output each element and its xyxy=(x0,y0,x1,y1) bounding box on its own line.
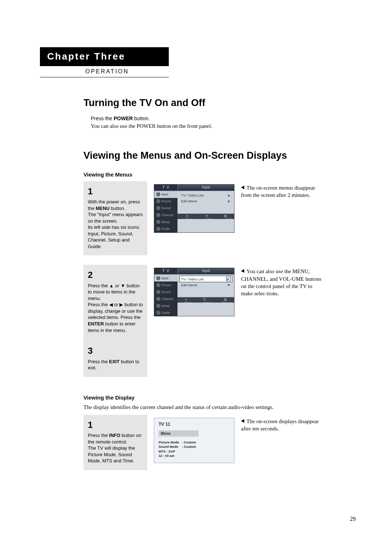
osd-nav-guide: Guide xyxy=(154,309,177,316)
side-note-3: The on-screen displays disappear after t… xyxy=(241,418,323,433)
osd-row-label: Edit Name xyxy=(181,283,197,287)
osd-footer-move: ♦ Move xyxy=(177,214,193,219)
side-note-2: You can also use the MENU, CHANNEL, and … xyxy=(241,268,323,297)
text-bold: POWER xyxy=(114,116,133,121)
osd-footer-return: ▥ Return xyxy=(215,298,232,303)
osd-left-nav: Input Picture Sound Channel Setup Guide xyxy=(154,275,177,316)
osd-nav-label: Channel xyxy=(161,297,173,301)
osd-nav-setup: Setup xyxy=(154,219,177,226)
osd-nav-label: Picture xyxy=(161,283,171,287)
osd-row-arrow-icon: ▶ xyxy=(228,199,230,203)
section-title-viewing-menus: Viewing the Menus and On-Screen Displays xyxy=(83,150,356,161)
osd-body: Input Picture Sound Channel Setup Guide … xyxy=(154,275,234,316)
osd-left-nav: Input Picture Sound Channel Setup Guide xyxy=(154,191,177,232)
display-step-box-1: 1 Press the INFO button on the remote co… xyxy=(83,415,147,470)
osd-nav-label: Sound xyxy=(161,206,171,210)
label: Return xyxy=(222,298,232,304)
osd-menu-1: T V Input Input Picture Sound Channel Se… xyxy=(154,184,234,233)
step-number: 2 xyxy=(88,269,143,281)
osd-nav-label: Setup xyxy=(161,220,170,224)
value: : Custom xyxy=(182,441,196,444)
channel-icon xyxy=(156,213,160,217)
osd-footer-move: ♦ Move xyxy=(177,298,192,303)
subsection-viewing-menus: Viewing the Menus xyxy=(83,171,356,178)
step-box-2: 2 Press the ▲ or ▼ button to move to ite… xyxy=(83,265,147,341)
text: Press the ◀ or ▶ button to display, chan… xyxy=(88,302,143,320)
text: button. xyxy=(133,116,150,121)
osd-nav-sound: Sound xyxy=(154,288,177,295)
osd-footer-exit: ▥ Exit xyxy=(217,214,232,219)
page: Chapter Three OPERATION Turning the TV O… xyxy=(0,0,392,555)
info-picture-mode: Picture Mode : Custom xyxy=(159,440,230,445)
info-channel: TV 11 xyxy=(159,422,230,427)
osd-right-content: TV / Video List▶ Edit Name▶ ♦ Move ⊡ Ent… xyxy=(177,191,234,232)
note-text: The on-screen menus disappear from the s… xyxy=(241,185,315,198)
label: Picture Mode xyxy=(159,441,179,444)
chapter-subtitle: OPERATION xyxy=(40,66,129,77)
osd-row-label: TV / Video List xyxy=(181,193,204,197)
label: Sound Mode xyxy=(159,445,178,449)
subsection-viewing-display: Viewing the Display xyxy=(83,394,356,401)
osd-nav-label: Picture xyxy=(161,199,171,203)
label: Exit xyxy=(226,214,232,221)
step-box-3: 3 Press the EXIT button to exit. xyxy=(83,341,147,377)
osd-row-arrow-icon: ▶ xyxy=(226,277,230,281)
osd-nav-input: Input xyxy=(154,191,177,198)
osd-header-title: Input xyxy=(177,268,234,275)
text-bold: ENTER xyxy=(88,321,104,327)
osd-nav-label: Input xyxy=(161,276,168,280)
osd-nav-setup: Setup xyxy=(154,302,177,309)
page-number: 29 xyxy=(350,516,356,522)
picture-icon xyxy=(156,199,160,203)
osd-nav-guide: Guide xyxy=(154,226,177,232)
display-step-row-1: 1 Press the INFO button on the remote co… xyxy=(83,415,356,470)
chapter-title: Chapter Three xyxy=(47,51,125,62)
info-time: 12 : 00 am xyxy=(159,454,230,458)
info-mts: MTS : SAP xyxy=(159,449,230,454)
label: Enter xyxy=(203,298,211,304)
picture-icon xyxy=(156,283,160,287)
step-box-1: 1 With the power on, press the MENU butt… xyxy=(83,181,147,256)
note-text: The on-screen displays disappear after t… xyxy=(241,418,319,432)
left-arrow-icon xyxy=(241,186,244,189)
osd-footer: ♦ Move ⊡ Enter ▥ Exit xyxy=(177,214,234,219)
section-title-turning-on-off: Turning the TV On and Off xyxy=(83,97,356,109)
display-description: The display identifies the current chann… xyxy=(83,404,356,410)
osd-row-arrow-icon: ▶ xyxy=(228,283,230,287)
setup-icon xyxy=(156,304,160,308)
step-number: 1 xyxy=(88,419,143,431)
osd-nav-picture: Picture xyxy=(154,198,177,205)
chapter-banner: Chapter Three xyxy=(40,47,169,66)
guide-icon xyxy=(156,311,160,315)
sound-icon xyxy=(156,206,160,210)
value: : Custom xyxy=(182,445,196,449)
side-note-1: The on-screen menus disappear from the s… xyxy=(241,184,323,199)
osd-header-title: Input xyxy=(177,185,234,191)
guide-icon xyxy=(156,227,160,231)
osd-body: Input Picture Sound Channel Setup Guide … xyxy=(154,191,234,232)
osd-nav-label: Guide xyxy=(161,311,170,315)
sound-icon xyxy=(156,290,160,294)
tv-icon xyxy=(156,193,160,196)
note-text: You can also use the MENU, CHANNEL, and … xyxy=(241,268,321,296)
label: Enter xyxy=(205,214,213,221)
osd-row: Edit Name▶ xyxy=(180,282,232,288)
osd-nav-label: Sound xyxy=(161,290,171,294)
text: Press the ▲ or ▼ button to move to items… xyxy=(88,283,140,301)
left-arrow-icon xyxy=(241,269,244,273)
channel-icon xyxy=(156,297,160,301)
text-serif: You can also use the POWER button on the… xyxy=(91,123,212,129)
step-row-1: 1 With the power on, press the MENU butt… xyxy=(83,181,356,256)
info-audio: Mono xyxy=(159,430,199,437)
text: Its left side has six icons: Input, Pict… xyxy=(88,224,140,249)
text: The TV will display the Picture Mode, So… xyxy=(88,445,135,463)
turning-on-off-body: Press the POWER button. You can also use… xyxy=(91,115,356,130)
text: button. xyxy=(110,206,125,211)
text-bold: MENU xyxy=(96,206,110,211)
osd-nav-label: Guide xyxy=(161,227,170,231)
text: The "Input" menu appears on the screen. xyxy=(88,212,143,224)
tv-icon xyxy=(156,276,160,280)
info-sound-mode: Sound Mode : Custom xyxy=(159,445,230,449)
osd-nav-channel: Channel xyxy=(154,212,177,219)
osd-row: Edit Name▶ xyxy=(180,198,232,204)
